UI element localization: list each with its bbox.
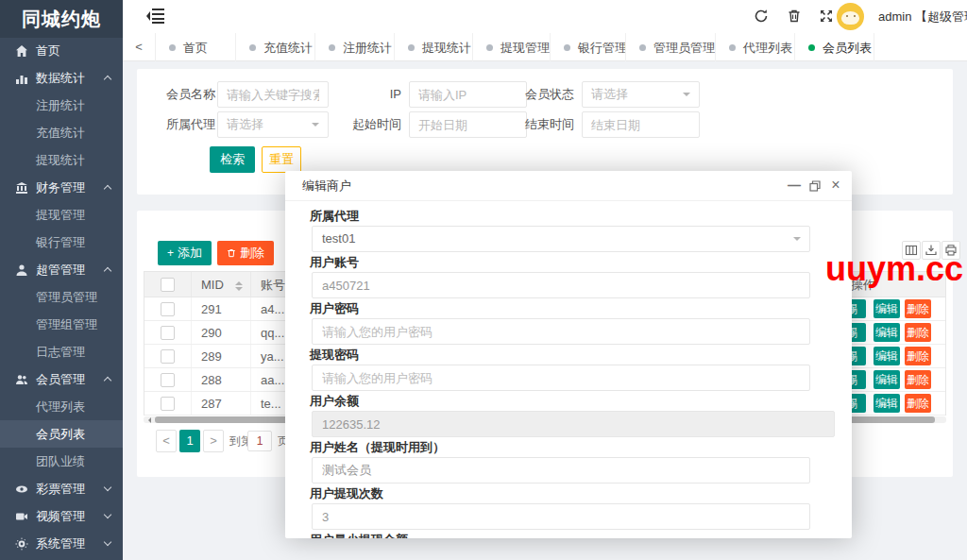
row-checkbox[interactable] — [161, 326, 175, 340]
withdraw-count-input[interactable] — [312, 503, 810, 530]
agent-select-field[interactable]: test01 — [312, 226, 810, 252]
search-button[interactable]: 检索 — [210, 146, 255, 173]
sidebar-item-label: 会员管理 — [36, 372, 85, 386]
row-action-delete-button[interactable]: 删除 — [905, 299, 931, 318]
close-icon[interactable]: × — [827, 171, 844, 201]
sidebar-item-superadmin[interactable]: 超管管理 — [0, 256, 123, 283]
sidebar-item-label: 管理员管理 — [36, 290, 97, 304]
chevron-down-icon — [793, 237, 801, 245]
row-action-edit-button[interactable]: 编辑 — [874, 394, 900, 413]
withdraw-password-input[interactable] — [312, 365, 810, 391]
user-avatar[interactable] — [837, 3, 864, 30]
row-action-delete-button[interactable]: 删除 — [905, 323, 931, 342]
sidebar-menu: 首页 数据统计 注册统计 充值统计 提现统计 财务管理 提现管理 银行管理 超管… — [0, 37, 123, 557]
sidebar-item-admin-group-manage[interactable]: 管理组管理 — [0, 311, 123, 338]
tab-dot-icon — [808, 44, 815, 51]
sidebar-item-agent-list[interactable]: 代理列表 — [0, 393, 123, 420]
field-label-account: 用户账号 — [310, 255, 359, 270]
sidebar-item-home[interactable]: 首页 — [0, 37, 123, 64]
sidebar-item-member-manage[interactable]: 会员管理 — [0, 365, 123, 393]
tab-agent-list[interactable]: 代理列表 × — [716, 33, 795, 61]
sidebar-item-register-stats[interactable]: 注册统计 — [0, 92, 123, 119]
tab-withdraw-manage[interactable]: 提现管理 × — [473, 33, 551, 61]
video-icon — [15, 510, 28, 523]
chevron-down-icon — [104, 511, 111, 518]
account-input[interactable] — [312, 272, 810, 298]
tab-label: 管理员管理 — [653, 34, 715, 61]
row-action-edit-button[interactable]: 编辑 — [874, 299, 900, 318]
refresh-icon[interactable] — [754, 8, 769, 24]
sidebar-item-bank-manage[interactable]: 银行管理 — [0, 229, 123, 256]
trash-icon[interactable] — [787, 8, 802, 24]
row-action-delete-button[interactable]: 删除 — [905, 370, 931, 389]
tab-dot-icon — [564, 44, 570, 51]
mid-column-label: MID — [201, 278, 224, 292]
sidebar-item-admin-manage[interactable]: 管理员管理 — [0, 283, 123, 311]
tab-register-stats[interactable]: 注册统计 × — [315, 33, 395, 61]
member-status-select[interactable]: 请选择 — [582, 81, 700, 108]
sidebar-item-label: 首页 — [36, 43, 60, 58]
sidebar-item-member-list[interactable]: 会员列表 — [0, 420, 123, 448]
sidebar-item-recharge-stats[interactable]: 充值统计 — [0, 119, 123, 146]
row-action-delete-button[interactable]: 删除 — [905, 394, 931, 413]
sidebar-item-lottery-manage[interactable]: 彩票管理 — [0, 475, 123, 502]
maximize-icon[interactable] — [806, 171, 823, 201]
tab-withdraw-stats[interactable]: 提现统计 × — [395, 33, 473, 61]
page-jump-input[interactable] — [247, 431, 272, 451]
balance-input — [312, 411, 835, 437]
filter-columns-icon[interactable] — [902, 241, 921, 260]
end-date-input[interactable] — [582, 111, 700, 138]
tab-member-list[interactable]: 会员列表 × — [795, 33, 874, 61]
tab-home[interactable]: 首页 — [156, 33, 236, 61]
row-action-edit-button[interactable]: 编辑 — [874, 347, 900, 365]
row-checkbox[interactable] — [161, 397, 175, 411]
print-icon[interactable] — [942, 241, 960, 260]
row-action-edit-button[interactable]: 编辑 — [874, 323, 900, 342]
tab-dot-icon — [639, 44, 646, 51]
sidebar-item-label: 超管管理 — [36, 263, 85, 277]
header-operation-cell: 操作 — [851, 272, 875, 297]
sidebar-item-withdraw-stats[interactable]: 提现统计 — [0, 146, 123, 174]
sidebar-item-data-stats[interactable]: 数据统计 — [0, 64, 123, 92]
scroll-left-arrow-icon[interactable] — [145, 417, 151, 423]
sidebar-item-withdraw-manage[interactable]: 提现管理 — [0, 201, 123, 229]
field-label-min-withdraw: 用户最少提现金额 — [310, 533, 408, 538]
sidebar-item-system-manage[interactable]: 系统管理 — [0, 530, 123, 557]
sidebar-item-team-performance[interactable]: 团队业绩 — [0, 448, 123, 475]
tab-recharge-stats[interactable]: 充值统计 × — [236, 33, 315, 61]
row-action-delete-button[interactable]: 删除 — [905, 347, 931, 365]
delete-button[interactable]: 删除 — [217, 241, 274, 265]
row-checkbox[interactable] — [161, 302, 175, 316]
sidebar-item-log-manage[interactable]: 日志管理 — [0, 338, 123, 365]
tabs-scroll-left-icon[interactable]: < — [123, 33, 156, 61]
row-checkbox[interactable] — [161, 349, 175, 364]
sidebar-collapse-icon[interactable] — [146, 8, 165, 25]
fullscreen-icon[interactable] — [819, 8, 834, 24]
member-name-input[interactable] — [217, 81, 329, 108]
sort-icon[interactable] — [235, 278, 243, 295]
mid-cell: 287 — [192, 392, 251, 415]
export-icon[interactable] — [922, 241, 941, 260]
page-next-button[interactable]: > — [203, 430, 224, 452]
member-status-label: 会员状态 — [499, 81, 574, 108]
people-icon — [15, 373, 28, 386]
end-time-label: 结束时间 — [499, 111, 574, 138]
tab-bank-manage[interactable]: 银行管理 × — [551, 33, 626, 61]
sidebar-item-video-manage[interactable]: 视频管理 — [0, 502, 123, 530]
page-current[interactable]: 1 — [179, 430, 200, 452]
minimize-icon[interactable]: — — [786, 171, 803, 201]
row-action-edit-button[interactable]: 编辑 — [874, 370, 900, 389]
admin-username[interactable]: admin 【超级管理员】 — [878, 0, 967, 33]
sidebar-item-finance[interactable]: 财务管理 — [0, 174, 123, 201]
sidebar-item-label: 彩票管理 — [36, 482, 85, 496]
add-button-label: 添加 — [178, 246, 202, 260]
realname-input[interactable] — [312, 457, 810, 484]
add-button[interactable]: +添加 — [158, 241, 212, 265]
page-prev-button[interactable]: < — [156, 430, 177, 452]
tab-admin-manage[interactable]: 管理员管理 × — [626, 33, 716, 61]
row-checkbox[interactable] — [161, 373, 175, 387]
password-input[interactable] — [312, 318, 810, 345]
reset-button[interactable]: 重置 — [262, 146, 301, 173]
agent-select[interactable]: 请选择 — [217, 111, 329, 138]
select-all-checkbox[interactable] — [161, 278, 175, 292]
